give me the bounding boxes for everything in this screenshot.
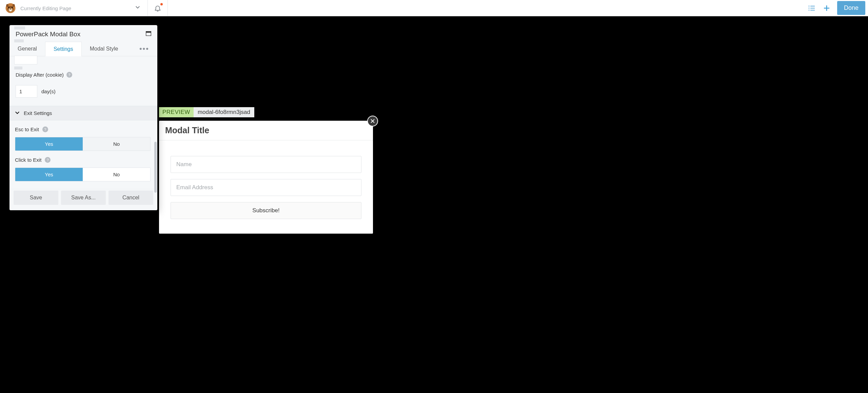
close-icon [371,119,375,123]
outline-icon [808,4,816,12]
svg-rect-6 [10,9,11,11]
topbar-right: Done [803,1,868,15]
click-to-exit-yes[interactable]: Yes [15,168,83,181]
svg-point-4 [12,6,13,8]
esc-to-exit-group: Esc to Exit ? Yes No Click to Exit ? Yes… [9,120,157,189]
display-after-row: Display After (cookie) ? [9,58,157,80]
click-to-exit-no[interactable]: No [83,168,150,181]
click-to-exit-segmented: Yes No [15,168,151,181]
esc-to-exit-label-row: Esc to Exit ? [15,126,152,132]
cancel-button[interactable]: Cancel [108,191,153,205]
tab-modal-style[interactable]: Modal Style [82,42,126,56]
svg-point-11 [809,7,810,8]
svg-point-5 [10,8,11,9]
display-after-label-row: Display After (cookie) ? [16,72,151,78]
panel-tabs: General Settings Modal Style ••• [9,41,157,56]
modal-email-input[interactable] [171,179,361,196]
help-icon[interactable]: ? [45,157,51,163]
notification-dot [160,3,163,5]
click-to-exit-label-row: Click to Exit ? [15,157,152,163]
save-as-button[interactable]: Save As... [61,191,106,205]
chevron-down-icon [135,4,141,10]
module-settings-panel: PowerPack Modal Box General Settings Mod… [9,25,157,210]
panel-body: Display After (cookie) ? day(s) Exit Set… [9,56,157,189]
panel-header: PowerPack Modal Box [9,25,157,41]
tab-settings[interactable]: Settings [45,42,82,56]
esc-to-exit-no[interactable]: No [83,137,150,151]
tab-overflow-button[interactable]: ••• [133,44,155,53]
preview-tag: PREVIEW [159,107,194,117]
notifications-button[interactable] [148,0,168,16]
help-icon[interactable]: ? [66,72,72,78]
panel-title: PowerPack Modal Box [16,31,146,38]
help-icon[interactable]: ? [42,126,48,132]
svg-point-3 [8,6,9,8]
svg-rect-12 [810,8,815,8]
svg-rect-10 [810,6,815,6]
display-after-input[interactable] [16,85,37,98]
scrollbar-thumb[interactable] [154,142,157,193]
esc-to-exit-segmented: Yes No [15,137,151,151]
bell-icon [154,4,161,12]
svg-point-7 [6,4,8,7]
outline-panel-button[interactable] [805,2,818,15]
save-button[interactable]: Save [14,191,58,205]
svg-point-13 [809,9,810,11]
chevron-down-icon [14,110,20,117]
preview-modal-id: modal-6fo8rmn3jsad [194,107,254,117]
page-dropdown-toggle[interactable] [132,2,143,14]
tab-general[interactable]: General [9,42,45,56]
svg-rect-16 [146,32,151,33]
window-icon [146,31,151,36]
display-after-input-row: day(s) [9,80,157,106]
panel-resize-button[interactable] [146,31,151,37]
click-to-exit-label: Click to Exit [15,157,41,163]
svg-point-8 [13,4,15,7]
add-content-button[interactable] [820,2,833,15]
display-after-unit: day(s) [41,89,56,94]
plus-icon [823,4,831,12]
modal-preview-header: Modal Title [159,121,373,140]
modal-subscribe-button[interactable]: Subscribe! [171,202,361,219]
topbar-left: Currently Editing Page [0,0,148,16]
preview-badge: PREVIEW modal-6fo8rmn3jsad [159,107,254,117]
done-button[interactable]: Done [837,1,865,15]
display-after-label: Display After (cookie) [16,72,64,78]
modal-close-button[interactable] [368,116,377,126]
esc-to-exit-label: Esc to Exit [15,126,39,132]
modal-preview: Modal Title Subscribe! [159,121,373,234]
modal-name-input[interactable] [171,156,361,173]
svg-point-9 [809,5,810,6]
svg-rect-14 [810,10,815,11]
panel-footer: Save Save As... Cancel [9,189,157,210]
top-toolbar: Currently Editing Page D [0,0,868,16]
modal-preview-body: Subscribe! [159,140,373,229]
modal-preview-title: Modal Title [165,125,367,135]
esc-to-exit-yes[interactable]: Yes [15,137,83,151]
page-title: Currently Editing Page [20,5,129,11]
exit-settings-toggle[interactable]: Exit Settings [9,106,157,120]
beaver-logo [4,2,17,15]
exit-settings-title: Exit Settings [24,110,52,116]
